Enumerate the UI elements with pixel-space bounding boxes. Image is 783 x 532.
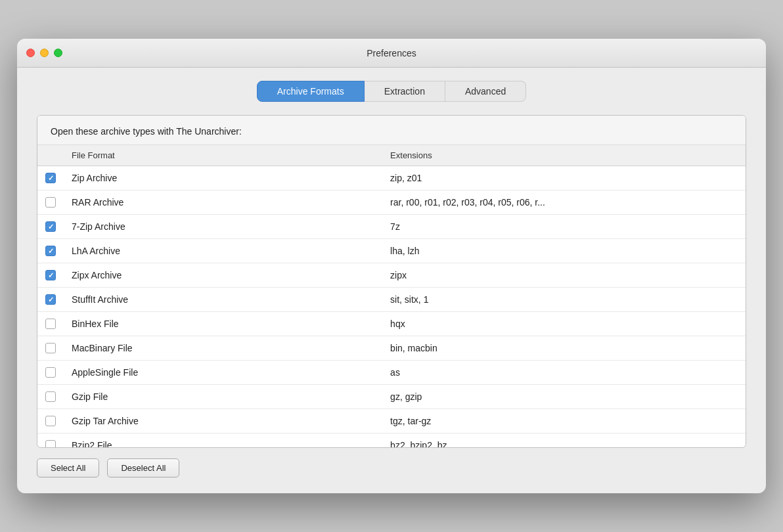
table-row: AppleSingle Fileas: [37, 361, 746, 385]
format-cell: RAR Archive: [64, 190, 382, 215]
format-cell: LhA Archive: [64, 239, 382, 263]
checkbox-rar[interactable]: [45, 197, 56, 208]
traffic-lights: [26, 49, 62, 57]
table-row: MacBinary Filebin, macbin: [37, 336, 746, 361]
table-row: Zipx Archivezipx: [37, 263, 746, 288]
table-row: Gzip Tar Archivetgz, tar-gz: [37, 409, 746, 433]
checkbox-lha[interactable]: [45, 246, 56, 256]
close-button[interactable]: [26, 49, 35, 57]
titlebar: Preferences: [17, 39, 766, 68]
format-cell: Gzip File: [64, 385, 382, 409]
table-header: File Format Extensions: [37, 145, 746, 166]
extensions-cell: as: [382, 361, 746, 385]
main-content: Archive Formats Extraction Advanced Open…: [17, 68, 766, 493]
minimize-button[interactable]: [40, 49, 49, 57]
tabs-container: Archive Formats Extraction Advanced: [37, 81, 746, 102]
deselect-all-button[interactable]: Deselect All: [107, 458, 179, 477]
window-title: Preferences: [367, 48, 416, 58]
table-row: RAR Archiverar, r00, r01, r02, r03, r04,…: [37, 190, 746, 215]
checkbox-7zip[interactable]: [45, 221, 56, 232]
table-row: StuffIt Archivesit, sitx, 1: [37, 288, 746, 312]
checkbox-cell[interactable]: [37, 263, 64, 288]
tab-advanced[interactable]: Advanced: [445, 81, 526, 102]
col-format: File Format: [64, 145, 382, 166]
extensions-cell: gz, gzip: [382, 385, 746, 409]
col-extensions: Extensions: [382, 145, 746, 166]
checkbox-cell[interactable]: [37, 433, 64, 448]
archive-formats-panel: Open these archive types with The Unarch…: [37, 115, 746, 448]
table-row: BinHex Filehqx: [37, 312, 746, 336]
preferences-window: Preferences Archive Formats Extraction A…: [17, 39, 766, 493]
col-checkbox: [37, 145, 64, 166]
checkbox-stuffit[interactable]: [45, 294, 56, 305]
format-cell: Gzip Tar Archive: [64, 409, 382, 433]
extensions-cell: tgz, tar-gz: [382, 409, 746, 433]
checkbox-gzip[interactable]: [45, 391, 56, 402]
checkbox-macbinary[interactable]: [45, 343, 56, 353]
checkbox-gzip-tar[interactable]: [45, 416, 56, 426]
table-row: Bzip2 Filebz2, bzip2, bz: [37, 433, 746, 448]
extensions-cell: sit, sitx, 1: [382, 288, 746, 312]
format-cell: 7-Zip Archive: [64, 215, 382, 239]
checkbox-binhex[interactable]: [45, 319, 56, 329]
checkbox-cell[interactable]: [37, 409, 64, 433]
format-cell: StuffIt Archive: [64, 288, 382, 312]
table-row: 7-Zip Archive7z: [37, 215, 746, 239]
checkbox-cell[interactable]: [37, 166, 64, 190]
extensions-cell: lha, lzh: [382, 239, 746, 263]
maximize-button[interactable]: [54, 49, 62, 57]
select-all-button[interactable]: Select All: [37, 458, 99, 477]
format-cell: Bzip2 File: [64, 433, 382, 448]
format-cell: Zipx Archive: [64, 263, 382, 288]
checkbox-cell[interactable]: [37, 336, 64, 361]
format-cell: MacBinary File: [64, 336, 382, 361]
extensions-cell: bz2, bzip2, bz: [382, 433, 746, 448]
format-cell: BinHex File: [64, 312, 382, 336]
checkbox-cell[interactable]: [37, 361, 64, 385]
extensions-cell: rar, r00, r01, r02, r03, r04, r05, r06, …: [382, 190, 746, 215]
tab-extraction[interactable]: Extraction: [365, 81, 445, 102]
table-body: Zip Archivezip, z01RAR Archiverar, r00, …: [37, 166, 746, 448]
extensions-cell: bin, macbin: [382, 336, 746, 361]
extensions-cell: zipx: [382, 263, 746, 288]
panel-header: Open these archive types with The Unarch…: [37, 116, 746, 145]
checkbox-cell[interactable]: [37, 288, 64, 312]
extensions-cell: 7z: [382, 215, 746, 239]
checkbox-zipx[interactable]: [45, 270, 56, 280]
extensions-cell: hqx: [382, 312, 746, 336]
extensions-cell: zip, z01: [382, 166, 746, 190]
file-format-table-wrapper[interactable]: File Format Extensions Zip Archivezip, z…: [37, 145, 746, 447]
checkbox-cell[interactable]: [37, 215, 64, 239]
table-row: LhA Archivelha, lzh: [37, 239, 746, 263]
checkbox-cell[interactable]: [37, 385, 64, 409]
file-format-table: File Format Extensions Zip Archivezip, z…: [37, 145, 746, 447]
checkbox-bzip2[interactable]: [45, 440, 56, 447]
checkbox-cell[interactable]: [37, 239, 64, 263]
checkbox-cell[interactable]: [37, 312, 64, 336]
bottom-bar: Select All Deselect All: [37, 448, 746, 480]
format-cell: AppleSingle File: [64, 361, 382, 385]
format-cell: Zip Archive: [64, 166, 382, 190]
checkbox-cell[interactable]: [37, 190, 64, 215]
tab-archive-formats[interactable]: Archive Formats: [257, 81, 365, 102]
checkbox-applesingle[interactable]: [45, 367, 56, 378]
checkbox-zip[interactable]: [45, 173, 56, 183]
table-row: Zip Archivezip, z01: [37, 166, 746, 190]
table-row: Gzip Filegz, gzip: [37, 385, 746, 409]
